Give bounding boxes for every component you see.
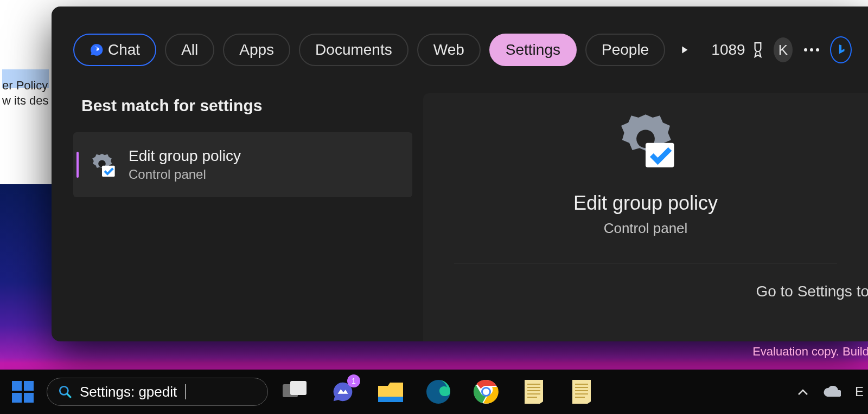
file-explorer-icon[interactable] — [376, 378, 405, 406]
notepad-icon-2[interactable] — [567, 378, 596, 406]
chrome-browser-icon[interactable] — [472, 378, 500, 406]
evaluation-watermark: Evaluation copy. Build — [752, 345, 868, 359]
svg-rect-4 — [102, 166, 115, 177]
result-subtitle: Control panel — [129, 167, 241, 182]
text-caret — [185, 384, 186, 399]
search-panel: Chat All Apps Documents Web Settings Peo… — [52, 7, 868, 341]
bing-chat-icon — [90, 43, 104, 57]
start-button[interactable] — [5, 374, 40, 409]
svg-point-1 — [810, 48, 813, 51]
taskbar-search-text: Settings: gpedit — [80, 384, 177, 400]
filter-more-arrow[interactable] — [674, 37, 694, 63]
svg-point-11 — [60, 386, 68, 394]
svg-rect-10 — [24, 393, 34, 403]
svg-rect-14 — [290, 381, 307, 395]
filter-documents-pill[interactable]: Documents — [299, 34, 409, 66]
svg-rect-7 — [12, 381, 22, 391]
chat-badge: 1 — [347, 374, 360, 387]
best-match-heading: Best match for settings — [81, 96, 262, 115]
gear-check-icon — [87, 150, 117, 179]
svg-point-0 — [804, 48, 807, 51]
svg-line-12 — [67, 393, 71, 398]
svg-rect-8 — [24, 381, 34, 391]
filter-settings-pill[interactable]: Settings — [489, 34, 577, 66]
task-view-icon[interactable] — [281, 378, 309, 406]
background-window-selected-row: er Policy — [2, 69, 49, 88]
svg-point-2 — [816, 48, 819, 51]
svg-rect-15 — [378, 397, 403, 402]
result-preview-pane: Edit group policy Control panel Go to Se… — [423, 93, 868, 341]
svg-rect-6 — [646, 143, 674, 167]
svg-point-19 — [483, 389, 489, 395]
filter-all-pill[interactable]: All — [165, 34, 214, 66]
search-result-item[interactable]: Edit group policy Control panel — [73, 132, 412, 197]
rewards-medal-icon — [751, 42, 765, 58]
notepad-icon[interactable] — [520, 378, 548, 406]
taskbar: Settings: gpedit 1 E — [0, 370, 868, 414]
system-tray: E — [797, 384, 864, 399]
filter-web-pill[interactable]: Web — [417, 34, 481, 66]
user-initial: K — [778, 42, 788, 59]
filter-chat-pill[interactable]: Chat — [73, 34, 156, 66]
options-ellipsis-icon[interactable] — [801, 37, 821, 63]
preview-title: Edit group policy — [573, 192, 718, 215]
taskbar-search-box[interactable]: Settings: gpedit — [47, 378, 268, 406]
bing-icon — [834, 43, 848, 57]
windows-logo-icon — [11, 380, 35, 404]
user-avatar[interactable]: K — [774, 37, 793, 62]
bing-chat-launch-button[interactable] — [830, 36, 852, 63]
onedrive-tray-icon[interactable] — [822, 386, 841, 398]
rewards-indicator[interactable]: 1089 — [711, 41, 764, 59]
go-to-settings-link[interactable]: Go to Settings to — [756, 283, 868, 300]
filter-people-pill[interactable]: People — [585, 34, 665, 66]
tray-extra-indicator[interactable]: E — [855, 384, 864, 399]
preview-divider — [454, 263, 837, 263]
rewards-points: 1089 — [711, 41, 745, 59]
search-icon — [58, 385, 72, 399]
preview-subtitle: Control panel — [604, 220, 688, 237]
search-filter-bar: Chat All Apps Documents Web Settings Peo… — [73, 33, 852, 67]
gear-check-icon — [613, 108, 678, 173]
background-window-row: w its des — [2, 88, 49, 114]
tray-overflow-chevron-icon[interactable] — [797, 388, 808, 396]
filter-apps-pill[interactable]: Apps — [223, 34, 290, 66]
chat-icon[interactable]: 1 — [329, 378, 357, 406]
filter-chat-label: Chat — [108, 41, 140, 59]
background-window-partial: er Policy w its des — [0, 43, 49, 168]
svg-rect-9 — [12, 393, 22, 403]
result-title: Edit group policy — [129, 147, 241, 165]
edge-browser-icon[interactable] — [424, 378, 452, 406]
